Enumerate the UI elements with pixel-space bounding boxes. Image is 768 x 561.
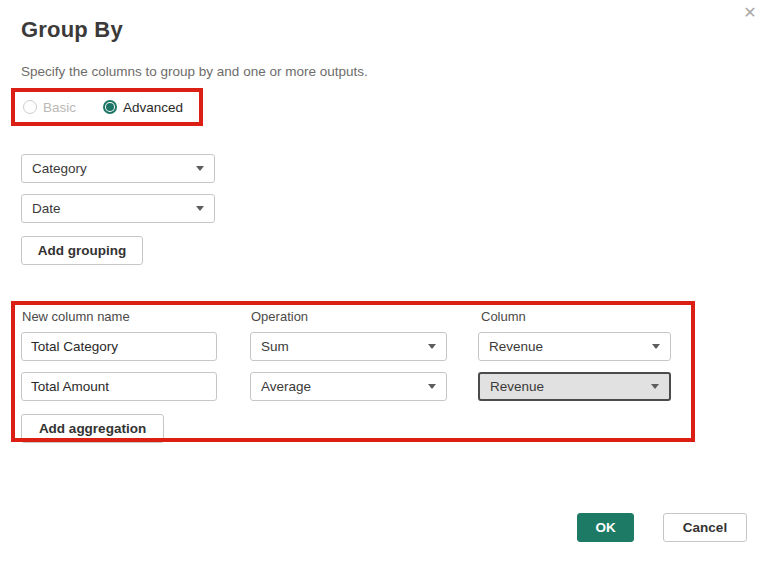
group-column-dropdown-2-value: Date	[32, 201, 190, 216]
header-column: Column	[481, 309, 526, 324]
chevron-down-icon	[651, 384, 659, 389]
chevron-down-icon	[196, 206, 204, 211]
add-aggregation-button[interactable]: Add aggregation	[21, 414, 164, 443]
column-dropdown-2-value: Revenue	[490, 379, 645, 394]
new-column-name-input-2[interactable]	[21, 372, 217, 401]
ok-button[interactable]: OK	[577, 513, 634, 542]
radio-basic-circle-icon	[23, 100, 37, 114]
column-dropdown-1[interactable]: Revenue	[478, 332, 671, 361]
chevron-down-icon	[428, 384, 436, 389]
group-column-dropdown-1[interactable]: Category	[21, 154, 215, 183]
group-column-dropdown-2[interactable]: Date	[21, 194, 215, 223]
chevron-down-icon	[196, 166, 204, 171]
cancel-button[interactable]: Cancel	[663, 513, 747, 542]
close-icon[interactable]: ✕	[738, 0, 762, 24]
group-by-dialog: ✕ Group By Specify the columns to group …	[0, 0, 768, 561]
header-operation: Operation	[251, 309, 308, 324]
new-column-name-input-1[interactable]	[21, 332, 217, 361]
radio-advanced-circle-icon	[103, 100, 117, 114]
chevron-down-icon	[652, 344, 660, 349]
dialog-subtitle: Specify the columns to group by and one …	[21, 64, 368, 79]
add-grouping-button[interactable]: Add grouping	[21, 236, 143, 265]
operation-dropdown-1[interactable]: Sum	[250, 332, 447, 361]
column-dropdown-2[interactable]: Revenue	[478, 372, 671, 401]
operation-dropdown-2[interactable]: Average	[250, 372, 447, 401]
header-new-column-name: New column name	[22, 309, 130, 324]
radio-basic[interactable]: Basic	[23, 100, 76, 115]
dialog-title: Group By	[21, 17, 123, 43]
operation-dropdown-1-value: Sum	[261, 339, 422, 354]
chevron-down-icon	[428, 344, 436, 349]
mode-radio-group: Basic Advanced	[23, 98, 183, 116]
group-column-dropdown-1-value: Category	[32, 161, 190, 176]
radio-advanced[interactable]: Advanced	[103, 100, 183, 115]
radio-basic-label: Basic	[43, 100, 76, 115]
operation-dropdown-2-value: Average	[261, 379, 422, 394]
radio-advanced-label: Advanced	[123, 100, 183, 115]
radio-advanced-dot-icon	[106, 103, 114, 111]
column-dropdown-1-value: Revenue	[489, 339, 646, 354]
